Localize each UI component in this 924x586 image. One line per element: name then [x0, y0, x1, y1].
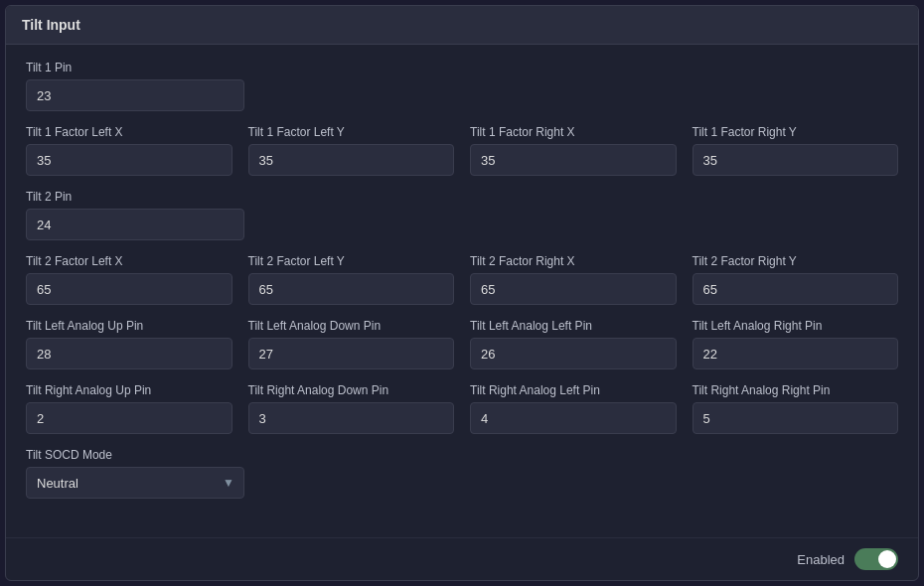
spacer8 — [478, 448, 680, 499]
spacer3 — [696, 61, 898, 111]
tilt-left-analog-up-input[interactable] — [26, 338, 232, 369]
tilt2-factor-left-x-group: Tilt 2 Factor Left X — [26, 254, 232, 305]
tilt-right-analog-right-label: Tilt Right Analog Right Pin — [693, 383, 899, 397]
spacer7 — [260, 448, 462, 499]
tilt2-pin-row: Tilt 2 Pin — [26, 190, 898, 240]
tilt2-factor-left-y-group: Tilt 2 Factor Left Y — [248, 254, 455, 305]
tilt-right-analog-left-input[interactable] — [470, 402, 677, 434]
tilt-left-analog-down-label: Tilt Left Analog Down Pin — [248, 319, 455, 333]
tilt1-factors-row: Tilt 1 Factor Left X Tilt 1 Factor Left … — [26, 125, 898, 176]
tilt-right-analog-right-group: Tilt Right Analog Right Pin — [693, 383, 899, 434]
enabled-label: Enabled — [797, 552, 845, 567]
tilt-left-analog-left-group: Tilt Left Analog Left Pin — [470, 319, 677, 369]
tilt-left-analog-right-group: Tilt Left Analog Right Pin — [693, 319, 899, 369]
tilt-socd-group: Tilt SOCD Mode Neutral Up Priority Secon… — [26, 448, 244, 499]
tilt-right-analog-left-label: Tilt Right Analog Left Pin — [470, 383, 677, 397]
tilt-left-analog-down-input[interactable] — [248, 338, 455, 369]
tilt-left-analog-right-input[interactable] — [693, 338, 899, 369]
tilt-right-analog-up-label: Tilt Right Analog Up Pin — [26, 383, 232, 397]
tilt2-factor-right-x-input[interactable] — [470, 273, 677, 305]
tilt1-factor-left-x-group: Tilt 1 Factor Left X — [26, 125, 232, 176]
tilt2-factor-left-y-input[interactable] — [248, 273, 455, 305]
tilt-socd-row: Tilt SOCD Mode Neutral Up Priority Secon… — [26, 448, 898, 499]
tilt1-pin-label: Tilt 1 Pin — [26, 61, 244, 74]
tilt1-pin-row: Tilt 1 Pin — [26, 61, 898, 111]
tilt1-factor-right-y-label: Tilt 1 Factor Right Y — [693, 125, 899, 139]
tilt-right-analog-row: Tilt Right Analog Up Pin Tilt Right Anal… — [26, 383, 898, 434]
panel-title: Tilt Input — [22, 17, 80, 33]
spacer4 — [260, 190, 462, 240]
spacer9 — [696, 448, 898, 499]
tilt-right-analog-down-group: Tilt Right Analog Down Pin — [248, 383, 455, 434]
tilt1-factor-left-x-input[interactable] — [26, 144, 232, 176]
tilt-left-analog-left-label: Tilt Left Analog Left Pin — [470, 319, 677, 333]
panel-content: Tilt 1 Pin Tilt 1 Factor Left X Tilt 1 F… — [6, 45, 918, 537]
tilt1-pin-group: Tilt 1 Pin — [26, 61, 244, 111]
tilt1-factor-right-y-group: Tilt 1 Factor Right Y — [693, 125, 899, 176]
tilt1-factor-left-y-input[interactable] — [248, 144, 455, 176]
tilt1-factor-left-y-group: Tilt 1 Factor Left Y — [248, 125, 455, 176]
tilt-left-analog-down-group: Tilt Left Analog Down Pin — [248, 319, 455, 369]
tilt2-pin-input[interactable] — [26, 209, 244, 240]
tilt1-factor-right-x-label: Tilt 1 Factor Right X — [470, 125, 677, 139]
tilt2-factor-right-y-input[interactable] — [693, 273, 899, 305]
enabled-toggle[interactable] — [854, 548, 898, 570]
tilt-input-panel: Tilt Input Tilt 1 Pin Tilt 1 Factor Left… — [5, 5, 919, 581]
tilt-left-analog-up-label: Tilt Left Analog Up Pin — [26, 319, 232, 333]
tilt2-pin-label: Tilt 2 Pin — [26, 190, 244, 204]
tilt1-factor-left-y-label: Tilt 1 Factor Left Y — [248, 125, 455, 139]
tilt2-factor-right-x-group: Tilt 2 Factor Right X — [470, 254, 677, 305]
tilt-right-analog-right-input[interactable] — [693, 402, 899, 434]
toggle-thumb — [878, 550, 896, 568]
tilt-left-analog-row: Tilt Left Analog Up Pin Tilt Left Analog… — [26, 319, 898, 369]
tilt1-factor-right-x-input[interactable] — [470, 144, 677, 176]
tilt2-factor-right-x-label: Tilt 2 Factor Right X — [470, 254, 677, 268]
tilt-socd-select[interactable]: Neutral Up Priority Second Input Priorit… — [26, 467, 244, 499]
spacer5 — [478, 190, 680, 240]
spacer6 — [696, 190, 898, 240]
tilt2-factor-left-x-input[interactable] — [26, 273, 232, 305]
tilt1-factor-right-x-group: Tilt 1 Factor Right X — [470, 125, 677, 176]
tilt-right-analog-left-group: Tilt Right Analog Left Pin — [470, 383, 677, 434]
panel-header: Tilt Input — [6, 6, 918, 45]
tilt1-pin-input[interactable] — [26, 79, 244, 111]
tilt-left-analog-up-group: Tilt Left Analog Up Pin — [26, 319, 232, 369]
toggle-track[interactable] — [854, 548, 898, 570]
spacer1 — [260, 61, 462, 111]
tilt-right-analog-up-input[interactable] — [26, 402, 232, 434]
tilt-left-analog-left-input[interactable] — [470, 338, 677, 369]
tilt-socd-select-wrapper: Neutral Up Priority Second Input Priorit… — [26, 467, 244, 499]
panel-footer: Enabled — [6, 537, 918, 580]
tilt1-factor-right-y-input[interactable] — [693, 144, 899, 176]
tilt2-factor-left-x-label: Tilt 2 Factor Left X — [26, 254, 232, 268]
tilt2-factors-row: Tilt 2 Factor Left X Tilt 2 Factor Left … — [26, 254, 898, 305]
tilt-right-analog-down-input[interactable] — [248, 402, 455, 434]
tilt2-factor-right-y-group: Tilt 2 Factor Right Y — [693, 254, 899, 305]
tilt-left-analog-right-label: Tilt Left Analog Right Pin — [693, 319, 899, 333]
tilt-right-analog-down-label: Tilt Right Analog Down Pin — [248, 383, 455, 397]
spacer2 — [478, 61, 680, 111]
tilt1-factor-left-x-label: Tilt 1 Factor Left X — [26, 125, 232, 139]
tilt-right-analog-up-group: Tilt Right Analog Up Pin — [26, 383, 232, 434]
tilt-socd-label: Tilt SOCD Mode — [26, 448, 244, 462]
tilt2-factor-left-y-label: Tilt 2 Factor Left Y — [248, 254, 455, 268]
tilt2-pin-group: Tilt 2 Pin — [26, 190, 244, 240]
tilt2-factor-right-y-label: Tilt 2 Factor Right Y — [693, 254, 899, 268]
